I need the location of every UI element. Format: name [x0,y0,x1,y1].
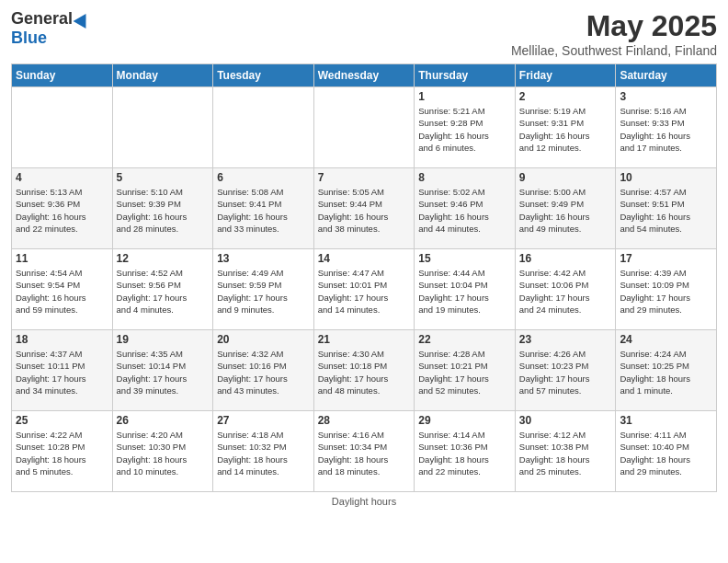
day-number: 12 [117,252,210,265]
day-number: 14 [318,252,411,265]
calendar-weekday-wednesday: Wednesday [313,64,415,87]
day-number: 22 [418,333,511,346]
subtitle: Mellilae, Southwest Finland, Finland [511,43,717,58]
day-number: 9 [519,171,612,184]
calendar-cell [213,87,314,168]
calendar-cell: 19Sunrise: 4:35 AM Sunset: 10:14 PM Dayl… [112,330,213,411]
day-info: Sunrise: 5:00 AM Sunset: 9:49 PM Dayligh… [519,186,612,235]
day-info: Sunrise: 5:13 AM Sunset: 9:36 PM Dayligh… [16,186,108,235]
day-number: 31 [620,414,712,427]
day-number: 15 [418,252,511,265]
day-number: 26 [117,414,210,427]
day-info: Sunrise: 4:57 AM Sunset: 9:51 PM Dayligh… [620,186,712,235]
logo-triangle-icon [74,9,93,28]
day-info: Sunrise: 4:49 AM Sunset: 9:59 PM Dayligh… [217,267,310,316]
calendar-cell: 31Sunrise: 4:11 AM Sunset: 10:40 PM Dayl… [616,411,717,492]
calendar-cell: 26Sunrise: 4:20 AM Sunset: 10:30 PM Dayl… [112,411,213,492]
day-info: Sunrise: 4:30 AM Sunset: 10:18 PM Daylig… [318,348,411,396]
day-number: 29 [418,414,511,427]
day-info: Sunrise: 5:05 AM Sunset: 9:44 PM Dayligh… [318,186,411,235]
day-number: 28 [318,414,411,427]
day-number: 13 [217,252,310,265]
calendar-cell: 17Sunrise: 4:39 AM Sunset: 10:09 PM Dayl… [616,249,717,330]
calendar-cell: 30Sunrise: 4:12 AM Sunset: 10:38 PM Dayl… [515,411,616,492]
day-info: Sunrise: 4:52 AM Sunset: 9:56 PM Dayligh… [117,267,210,316]
calendar-cell: 20Sunrise: 4:32 AM Sunset: 10:16 PM Dayl… [213,330,314,411]
day-number: 17 [620,252,712,265]
day-number: 2 [519,90,612,103]
calendar-cell: 10Sunrise: 4:57 AM Sunset: 9:51 PM Dayli… [616,168,717,249]
day-number: 8 [418,171,511,184]
day-info: Sunrise: 5:02 AM Sunset: 9:46 PM Dayligh… [418,186,511,235]
day-number: 4 [16,171,108,184]
calendar-table: SundayMondayTuesdayWednesdayThursdayFrid… [11,63,717,492]
calendar-cell: 16Sunrise: 4:42 AM Sunset: 10:06 PM Dayl… [515,249,616,330]
day-number: 6 [217,171,310,184]
calendar-weekday-monday: Monday [112,64,213,87]
day-info: Sunrise: 5:08 AM Sunset: 9:41 PM Dayligh… [217,186,310,235]
calendar-cell: 6Sunrise: 5:08 AM Sunset: 9:41 PM Daylig… [213,168,314,249]
day-number: 10 [620,171,712,184]
day-info: Sunrise: 4:35 AM Sunset: 10:14 PM Daylig… [117,348,210,396]
logo: General Blue [11,9,90,48]
page-header: General Blue May 2025 Mellilae, Southwes… [11,9,717,58]
calendar-cell: 13Sunrise: 4:49 AM Sunset: 9:59 PM Dayli… [213,249,314,330]
day-info: Sunrise: 4:16 AM Sunset: 10:34 PM Daylig… [318,429,411,477]
day-number: 19 [117,333,210,346]
day-info: Sunrise: 4:18 AM Sunset: 10:32 PM Daylig… [217,429,310,477]
calendar-week-row: 1Sunrise: 5:21 AM Sunset: 9:28 PM Daylig… [12,87,717,168]
page-container: General Blue May 2025 Mellilae, Southwes… [0,0,728,514]
day-info: Sunrise: 4:20 AM Sunset: 10:30 PM Daylig… [117,429,210,477]
calendar-cell [12,87,113,168]
day-info: Sunrise: 4:37 AM Sunset: 10:11 PM Daylig… [16,348,108,396]
calendar-cell: 8Sunrise: 5:02 AM Sunset: 9:46 PM Daylig… [415,168,516,249]
calendar-cell: 12Sunrise: 4:52 AM Sunset: 9:56 PM Dayli… [112,249,213,330]
calendar-cell: 29Sunrise: 4:14 AM Sunset: 10:36 PM Dayl… [415,411,516,492]
day-info: Sunrise: 4:28 AM Sunset: 10:21 PM Daylig… [418,348,511,396]
day-number: 18 [16,333,108,346]
calendar-weekday-sunday: Sunday [12,64,113,87]
calendar-cell: 1Sunrise: 5:21 AM Sunset: 9:28 PM Daylig… [415,87,516,168]
day-number: 5 [117,171,210,184]
day-number: 7 [318,171,411,184]
day-info: Sunrise: 4:22 AM Sunset: 10:28 PM Daylig… [16,429,108,477]
day-info: Sunrise: 4:44 AM Sunset: 10:04 PM Daylig… [418,267,511,316]
day-number: 25 [16,414,108,427]
calendar-week-row: 11Sunrise: 4:54 AM Sunset: 9:54 PM Dayli… [12,249,717,330]
day-info: Sunrise: 4:32 AM Sunset: 10:16 PM Daylig… [217,348,310,396]
calendar-cell: 11Sunrise: 4:54 AM Sunset: 9:54 PM Dayli… [12,249,113,330]
day-number: 11 [16,252,108,265]
day-number: 30 [519,414,612,427]
calendar-cell: 7Sunrise: 5:05 AM Sunset: 9:44 PM Daylig… [313,168,415,249]
logo-blue-text: Blue [11,29,47,48]
calendar-week-row: 25Sunrise: 4:22 AM Sunset: 10:28 PM Dayl… [12,411,717,492]
day-info: Sunrise: 4:24 AM Sunset: 10:25 PM Daylig… [620,348,712,396]
calendar-cell: 2Sunrise: 5:19 AM Sunset: 9:31 PM Daylig… [515,87,616,168]
day-info: Sunrise: 4:47 AM Sunset: 10:01 PM Daylig… [318,267,411,316]
day-info: Sunrise: 4:39 AM Sunset: 10:09 PM Daylig… [620,267,712,316]
day-info: Sunrise: 4:42 AM Sunset: 10:06 PM Daylig… [519,267,612,316]
logo-general-text: General [11,9,73,29]
day-info: Sunrise: 4:26 AM Sunset: 10:23 PM Daylig… [519,348,612,396]
daylight-label: Daylight hours [332,496,396,507]
calendar-weekday-friday: Friday [515,64,616,87]
calendar-cell: 28Sunrise: 4:16 AM Sunset: 10:34 PM Dayl… [313,411,415,492]
title-block: May 2025 Mellilae, Southwest Finland, Fi… [511,9,717,58]
calendar-weekday-tuesday: Tuesday [213,64,314,87]
calendar-footer: Daylight hours [11,496,717,507]
day-info: Sunrise: 5:10 AM Sunset: 9:39 PM Dayligh… [117,186,210,235]
day-number: 24 [620,333,712,346]
calendar-weekday-thursday: Thursday [415,64,516,87]
calendar-cell: 14Sunrise: 4:47 AM Sunset: 10:01 PM Dayl… [313,249,415,330]
day-number: 1 [418,90,511,103]
calendar-cell [112,87,213,168]
calendar-cell: 18Sunrise: 4:37 AM Sunset: 10:11 PM Dayl… [12,330,113,411]
calendar-cell: 3Sunrise: 5:16 AM Sunset: 9:33 PM Daylig… [616,87,717,168]
calendar-week-row: 18Sunrise: 4:37 AM Sunset: 10:11 PM Dayl… [12,330,717,411]
day-number: 23 [519,333,612,346]
calendar-cell: 22Sunrise: 4:28 AM Sunset: 10:21 PM Dayl… [415,330,516,411]
main-title: May 2025 [511,9,717,43]
calendar-cell: 4Sunrise: 5:13 AM Sunset: 9:36 PM Daylig… [12,168,113,249]
day-number: 3 [620,90,712,103]
day-info: Sunrise: 4:11 AM Sunset: 10:40 PM Daylig… [620,429,712,477]
